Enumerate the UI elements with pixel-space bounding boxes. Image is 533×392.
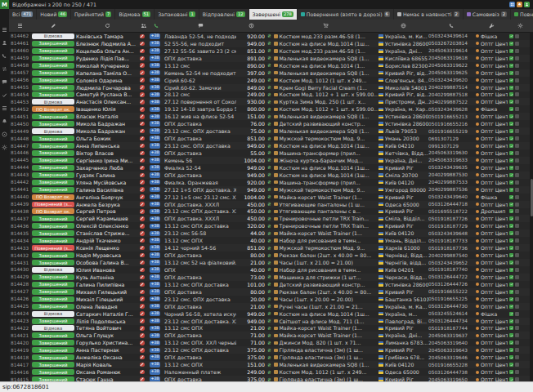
row-more-icon[interactable] (515, 114, 519, 118)
row-check-icon[interactable] (509, 107, 513, 111)
row-more-icon[interactable] (515, 305, 519, 309)
table-row[interactable]: 814444ЗавершенийЗахарченко Люба+38Фиалка… (9, 164, 533, 172)
phone-prefix-badge[interactable]: +38 (150, 114, 160, 120)
bell-icon[interactable] (2, 118, 7, 124)
row-more-icon[interactable] (515, 224, 519, 228)
phone-prefix-badge[interactable]: +38 (150, 136, 160, 141)
row-check-icon[interactable] (509, 158, 513, 163)
row-check-icon[interactable] (509, 283, 513, 287)
phone-prefix-badge[interactable]: +38 (150, 238, 160, 243)
row-check-icon[interactable] (509, 216, 513, 220)
user-icon[interactable] (524, 2, 530, 7)
column-header-reg[interactable] (378, 20, 428, 32)
table-row[interactable]: 814443ЗавершенийГудзяк Галина+38ОПХ дост… (9, 172, 533, 179)
row-check-icon[interactable] (509, 370, 513, 374)
row-check-icon[interactable] (509, 268, 513, 272)
table-row[interactable]: 814423ЗавершенийЛілія Подолянська+3823.1… (9, 318, 533, 325)
table-row[interactable]: 814449ВідмоваМикола Бадражан+3823.12 смс… (9, 127, 533, 135)
table-row[interactable]: 814421ЗавершенийОльга Глущук+38ОПХ доста… (9, 332, 533, 339)
gear-icon[interactable] (2, 145, 7, 150)
phone-prefix-badge[interactable]: +38 (150, 107, 160, 113)
row-check-icon[interactable] (509, 290, 513, 294)
swap-icon[interactable] (2, 66, 7, 72)
bell-icon[interactable] (517, 2, 522, 7)
row-check-icon[interactable] (509, 49, 513, 53)
phone-prefix-badge[interactable]: +38 (150, 85, 160, 91)
phone-prefix-badge[interactable]: +38 (150, 209, 160, 215)
row-more-icon[interactable] (515, 49, 519, 53)
table-row[interactable]: 814432ЗавершенийНадія Муравська+38ОПХ до… (9, 252, 533, 259)
row-check-icon[interactable] (509, 86, 513, 90)
phone-prefix-badge[interactable]: +38 (150, 128, 160, 134)
row-check-icon[interactable] (509, 341, 513, 345)
row-check-icon[interactable] (509, 195, 513, 199)
row-check-icon[interactable] (509, 92, 513, 96)
row-more-icon[interactable] (515, 348, 519, 352)
column-header-prod[interactable] (273, 20, 378, 32)
phone-prefix-badge[interactable]: +38 (150, 354, 160, 360)
row-check-icon[interactable] (509, 363, 513, 367)
row-check-icon[interactable] (509, 355, 513, 359)
table-row[interactable]: 814442ЗавершенийУляна Мусійовська+38Фиал… (9, 179, 533, 186)
phone-prefix-badge[interactable]: +38 (150, 78, 160, 83)
phone-prefix-badge[interactable]: +38 (150, 172, 160, 178)
row-check-icon[interactable] (509, 305, 513, 309)
row-more-icon[interactable] (515, 195, 519, 199)
row-check-icon[interactable] (509, 261, 513, 265)
row-more-icon[interactable] (515, 144, 519, 148)
row-check-icon[interactable] (509, 275, 513, 279)
table-row[interactable]: 814438ПО Возврат ок.Сергей Петров+3823.1… (9, 208, 533, 216)
table-row[interactable]: 814427ЗавершенийМихаил Гилецький+38ОПХ д… (9, 288, 533, 296)
row-more-icon[interactable] (515, 363, 519, 367)
phone-prefix-badge[interactable]: +38 (150, 362, 160, 368)
row-more-icon[interactable] (515, 319, 519, 323)
phone-prefix-badge[interactable]: +38 (150, 252, 160, 258)
menu-icon[interactable] (2, 27, 7, 33)
row-check-icon[interactable] (509, 209, 513, 213)
phone-prefix-badge[interactable]: +38 (150, 121, 160, 127)
table-row[interactable]: 814450ЗавершенийМикола Бадражан+38ОПХ до… (9, 120, 533, 127)
row-check-icon[interactable] (509, 333, 513, 337)
row-check-icon[interactable] (509, 326, 513, 330)
row-more-icon[interactable] (515, 246, 519, 250)
phone-prefix-badge[interactable]: +38 (150, 194, 160, 200)
phone-prefix-badge[interactable]: +38 (150, 260, 160, 265)
row-check-icon[interactable] (509, 188, 513, 192)
row-more-icon[interactable] (515, 173, 519, 177)
row-more-icon[interactable] (515, 122, 519, 126)
table-row[interactable]: 814422ВідмоваТетяна Войтович+3813.12 смс… (9, 325, 533, 332)
row-check-icon[interactable] (509, 173, 513, 177)
phone-prefix-badge[interactable]: +38 (150, 33, 160, 39)
row-more-icon[interactable] (515, 216, 519, 220)
row-more-icon[interactable] (515, 238, 519, 243)
phone-prefix-badge[interactable]: +38 (150, 326, 160, 332)
table-row[interactable]: 814440ПО Возврат ок.Ангеліна Боярчук+382… (9, 194, 533, 201)
user-icon[interactable] (2, 40, 7, 46)
row-check-icon[interactable] (509, 312, 513, 316)
row-check-icon[interactable] (509, 166, 513, 170)
row-more-icon[interactable] (515, 326, 519, 330)
table-row[interactable]: 814454ЗавершенийСамотуй Руслана В...+382… (9, 91, 533, 99)
column-header-id[interactable] (9, 20, 30, 32)
row-check-icon[interactable] (509, 348, 513, 352)
table-row[interactable]: 814446ЗавершенийВіктор Власов+38ОПХ дост… (9, 149, 533, 157)
table-row[interactable]: 814460ЗавершенийКоцелюба Ольга Ан...+382… (9, 47, 533, 55)
phone-prefix-badge[interactable]: +38 (150, 180, 160, 185)
column-header-cur[interactable] (266, 20, 273, 32)
phone-prefix-badge[interactable]: +38 (150, 63, 160, 69)
check-icon[interactable] (2, 92, 7, 98)
phone-prefix-badge[interactable]: +38 (150, 216, 160, 222)
row-more-icon[interactable] (515, 231, 519, 235)
row-more-icon[interactable] (515, 283, 519, 287)
table-row[interactable]: 814436ЗавершенийОлексій Олексієнко+3813.… (9, 222, 533, 229)
tab-Повн...[interactable]: Повн...3 (511, 9, 533, 20)
row-more-icon[interactable] (515, 355, 519, 359)
row-check-icon[interactable] (509, 253, 513, 257)
phone-prefix-badge[interactable]: +38 (150, 150, 160, 156)
table-row[interactable]: 814433Повернений (з...Ксенія Лещенко+381… (9, 244, 533, 252)
row-more-icon[interactable] (515, 92, 519, 96)
table-row[interactable]: 814441ЗавершенийГалина Василівна+3827.12… (9, 186, 533, 194)
tab-Всі[interactable]: Всі471 (9, 9, 37, 20)
table-row[interactable]: 814445ЗавершенийСергіенко Ірина Ми...+38… (9, 157, 533, 164)
scrollbar[interactable] (530, 32, 533, 382)
